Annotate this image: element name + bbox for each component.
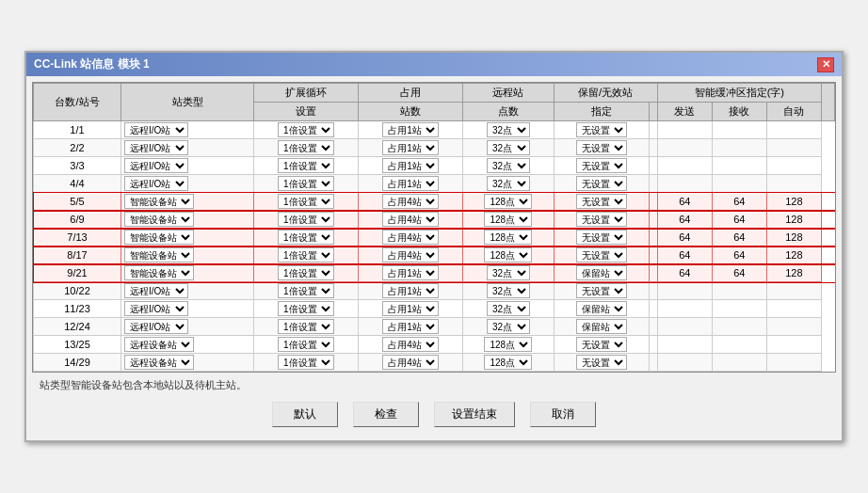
occupy-select[interactable]: 占用4站 <box>382 355 439 370</box>
reserve-select[interactable]: 无设置 <box>576 194 627 209</box>
remote-select[interactable]: 32点 <box>487 265 530 280</box>
cell-expand[interactable]: 1倍设置 <box>254 264 359 282</box>
cell-expand[interactable]: 1倍设置 <box>254 211 359 229</box>
remote-select[interactable]: 128点 <box>484 247 532 262</box>
remote-select[interactable]: 128点 <box>484 194 532 209</box>
reserve-select[interactable]: 保留站 <box>576 265 627 280</box>
cell-remote[interactable]: 32点 <box>463 318 554 336</box>
cell-remote[interactable]: 32点 <box>463 175 554 193</box>
reserve-select[interactable]: 无设置 <box>576 212 627 227</box>
type-select[interactable]: 远程I/O站 <box>124 140 188 155</box>
cell-remote[interactable]: 128点 <box>463 229 554 246</box>
cell-expand[interactable]: 1倍设置 <box>254 175 359 193</box>
cell-expand[interactable]: 1倍设置 <box>254 193 359 211</box>
cell-type[interactable]: 远程I/O站 <box>121 300 254 318</box>
remote-select[interactable]: 128点 <box>484 230 532 245</box>
cell-type[interactable]: 智能设备站 <box>121 193 254 211</box>
type-select[interactable]: 智能设备站 <box>124 247 194 262</box>
occupy-select[interactable]: 占用4站 <box>382 247 439 262</box>
occupy-select[interactable]: 占用1站 <box>382 176 439 191</box>
expand-select[interactable]: 1倍设置 <box>278 283 334 298</box>
expand-select[interactable]: 1倍设置 <box>278 230 334 245</box>
cell-occupy[interactable]: 占用1站 <box>359 318 463 336</box>
reserve-select[interactable]: 无设置 <box>576 140 627 155</box>
cell-reserve[interactable]: 无设置 <box>554 336 649 354</box>
reserve-select[interactable]: 无设置 <box>576 158 627 173</box>
cell-reserve[interactable]: 保留站 <box>554 264 649 282</box>
type-select[interactable]: 智能设备站 <box>124 265 194 280</box>
cell-occupy[interactable]: 占用4站 <box>359 211 463 229</box>
type-select[interactable]: 远程I/O站 <box>124 283 188 298</box>
cell-remote[interactable]: 128点 <box>463 246 554 264</box>
cell-type[interactable]: 远程设备站 <box>121 354 254 372</box>
remote-select[interactable]: 32点 <box>487 283 530 298</box>
remote-select[interactable]: 128点 <box>484 355 532 370</box>
expand-select[interactable]: 1倍设置 <box>278 301 334 316</box>
cell-occupy[interactable]: 占用1站 <box>359 282 463 300</box>
reserve-select[interactable]: 无设置 <box>576 247 627 262</box>
occupy-select[interactable]: 占用4站 <box>382 212 439 227</box>
cell-type[interactable]: 远程I/O站 <box>121 139 254 157</box>
cell-occupy[interactable]: 占用1站 <box>359 175 463 193</box>
cell-type[interactable]: 远程I/O站 <box>121 175 254 193</box>
cell-remote[interactable]: 32点 <box>463 121 554 139</box>
reserve-select[interactable]: 无设置 <box>576 355 627 370</box>
cell-reserve[interactable]: 无设置 <box>554 282 649 300</box>
cell-type[interactable]: 远程I/O站 <box>121 121 254 139</box>
occupy-select[interactable]: 占用4站 <box>382 194 439 209</box>
reserve-select[interactable]: 无设置 <box>576 122 627 137</box>
cell-remote[interactable]: 128点 <box>463 211 554 229</box>
expand-select[interactable]: 1倍设置 <box>278 158 334 173</box>
cell-remote[interactable]: 128点 <box>463 193 554 211</box>
reserve-select[interactable]: 无设置 <box>576 283 627 298</box>
cell-occupy[interactable]: 占用1站 <box>359 300 463 318</box>
default-button[interactable]: 默认 <box>272 402 338 427</box>
occupy-select[interactable]: 占用1站 <box>382 122 439 137</box>
type-select[interactable]: 智能设备站 <box>124 194 194 209</box>
cell-reserve[interactable]: 无设置 <box>554 229 649 246</box>
type-select[interactable]: 远程I/O站 <box>124 158 188 173</box>
cell-reserve[interactable]: 无设置 <box>554 211 649 229</box>
cell-reserve[interactable]: 无设置 <box>554 246 649 264</box>
cell-reserve[interactable]: 无设置 <box>554 121 649 139</box>
cell-expand[interactable]: 1倍设置 <box>254 139 359 157</box>
cancel-button[interactable]: 取消 <box>530 402 596 427</box>
cell-reserve[interactable]: 无设置 <box>554 157 649 175</box>
cell-type[interactable]: 智能设备站 <box>121 229 254 246</box>
cell-occupy[interactable]: 占用1站 <box>359 139 463 157</box>
cell-remote[interactable]: 32点 <box>463 300 554 318</box>
occupy-select[interactable]: 占用1站 <box>382 158 439 173</box>
cell-type[interactable]: 远程I/O站 <box>121 318 254 336</box>
type-select[interactable]: 远程设备站 <box>124 355 194 370</box>
cell-reserve[interactable]: 无设置 <box>554 175 649 193</box>
cell-occupy[interactable]: 占用4站 <box>359 336 463 354</box>
cell-type[interactable]: 远程I/O站 <box>121 282 254 300</box>
remote-select[interactable]: 32点 <box>487 319 530 334</box>
reserve-select[interactable]: 无设置 <box>576 337 627 352</box>
occupy-select[interactable]: 占用4站 <box>382 337 439 352</box>
type-select[interactable]: 智能设备站 <box>124 230 194 245</box>
expand-select[interactable]: 1倍设置 <box>278 265 334 280</box>
cell-expand[interactable]: 1倍设置 <box>254 282 359 300</box>
reserve-select[interactable]: 保留站 <box>576 301 627 316</box>
remote-select[interactable]: 32点 <box>487 122 530 137</box>
occupy-select[interactable]: 占用1站 <box>382 319 439 334</box>
occupy-select[interactable]: 占用1站 <box>382 283 439 298</box>
cell-type[interactable]: 远程I/O站 <box>121 157 254 175</box>
expand-select[interactable]: 1倍设置 <box>278 122 334 137</box>
cell-remote[interactable]: 32点 <box>463 157 554 175</box>
type-select[interactable]: 远程I/O站 <box>124 176 188 191</box>
cell-expand[interactable]: 1倍设置 <box>254 121 359 139</box>
reserve-select[interactable]: 保留站 <box>576 319 627 334</box>
cell-type[interactable]: 智能设备站 <box>121 246 254 264</box>
cell-type[interactable]: 智能设备站 <box>121 264 254 282</box>
cell-expand[interactable]: 1倍设置 <box>254 354 359 372</box>
cell-reserve[interactable]: 保留站 <box>554 300 649 318</box>
type-select[interactable]: 智能设备站 <box>124 212 194 227</box>
set-end-button[interactable]: 设置结束 <box>434 402 515 427</box>
cell-expand[interactable]: 1倍设置 <box>254 157 359 175</box>
remote-select[interactable]: 32点 <box>487 158 530 173</box>
remote-select[interactable]: 128点 <box>484 337 532 352</box>
cell-expand[interactable]: 1倍设置 <box>254 336 359 354</box>
cell-remote[interactable]: 32点 <box>463 139 554 157</box>
